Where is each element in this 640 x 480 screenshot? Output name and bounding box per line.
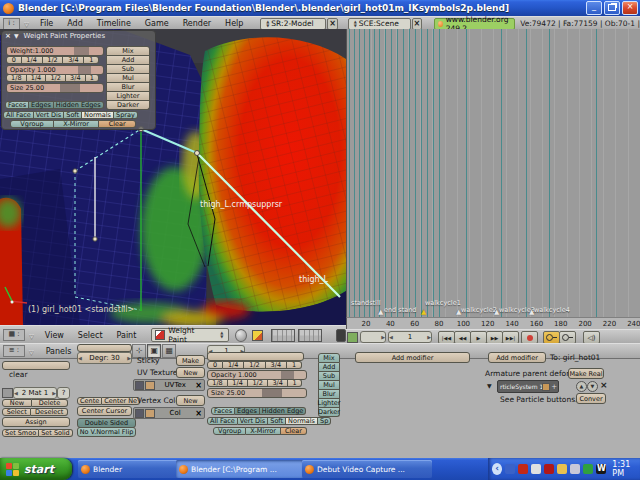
vcol-new-button[interactable]: New (176, 395, 205, 406)
weight-preset-0[interactable]: 0 (207, 361, 223, 369)
marker-triangle-icon[interactable]: ▲ (456, 308, 461, 316)
menu-timeline[interactable]: Timeline (97, 19, 131, 28)
menu-game[interactable]: Game (145, 19, 169, 28)
action-vgroup[interactable]: Vgroup (10, 120, 54, 128)
viewport-editor-icon[interactable]: ▦ : (3, 329, 25, 341)
opacity-preset-1-2[interactable]: 1/2 (46, 74, 66, 82)
option-normals[interactable]: Normals (286, 417, 318, 425)
option-vert-dis[interactable]: Vert Dis (238, 417, 268, 425)
shading-set-solid[interactable]: Set Solid (39, 429, 73, 437)
mode-mix[interactable]: Mix (318, 353, 340, 363)
sticky-make-button[interactable]: Make (176, 355, 205, 366)
weight-paint-properties-panel[interactable]: × ▼ Weight Paint Properties Weight:1.000… (1, 30, 156, 130)
add-modifier-button[interactable]: Add modifier (355, 352, 470, 363)
weight-preset-3-4[interactable]: 3/4 (63, 56, 84, 64)
weight-preset-1-2[interactable]: 1/2 (244, 361, 265, 369)
collapse-triangle-icon[interactable]: ▽ (29, 332, 34, 339)
assign-button[interactable]: Assign (2, 417, 70, 427)
display-edges[interactable]: Edges (29, 101, 54, 109)
add-modifier-button[interactable]: Add modifier (488, 352, 546, 363)
scene-close-button[interactable]: × (412, 18, 422, 30)
mode-lighter[interactable]: Lighter (106, 92, 150, 101)
option-sp[interactable]: Sp (318, 417, 331, 425)
mode-add[interactable]: Add (318, 363, 340, 372)
display-hidden-edge[interactable]: Hidden Edge (260, 407, 307, 415)
screen-selector[interactable]: ▲▼ SR:2-Model (260, 18, 326, 30)
vgroup-delete[interactable]: Delete (32, 399, 68, 407)
menu-add[interactable]: Add (67, 19, 83, 28)
context-scene-icon[interactable]: ▦ (162, 344, 176, 358)
action-x-mirror[interactable]: X-Mirror (246, 427, 281, 435)
start-frame-field[interactable]: ▶ (360, 331, 386, 343)
material-help-button[interactable]: ? (57, 387, 70, 399)
layer-buttons[interactable] (271, 329, 295, 342)
mode-mix[interactable]: Mix (106, 46, 150, 56)
collapse-triangle-icon[interactable]: ▽ (24, 20, 29, 27)
action-x-mirror[interactable]: X-Mirror (54, 120, 99, 128)
weight-preset-0[interactable]: 0 (6, 56, 22, 64)
delete-col-icon[interactable]: × (195, 409, 202, 418)
weight-preset-1[interactable]: 1 (287, 361, 302, 369)
opacity-preset-1-8[interactable]: 1/8 (6, 74, 27, 82)
tray-icon-red[interactable] (518, 464, 528, 474)
mode-blur[interactable]: Blur (106, 83, 150, 92)
menu-render[interactable]: Render (183, 19, 211, 28)
mode-mul[interactable]: Mul (106, 74, 150, 83)
center-cente[interactable]: Cente (77, 397, 102, 405)
panels-menu[interactable]: Panels (46, 347, 72, 356)
particle-system-field[interactable]: rticleSystem 1 + (497, 380, 559, 393)
opacity-preset-1[interactable]: 1 (288, 379, 302, 387)
size-slider[interactable]: Size 25.00 (6, 83, 104, 93)
texture-paint-icon[interactable] (252, 330, 262, 341)
layer-buttons[interactable] (298, 329, 322, 342)
mode-sub[interactable]: Sub (318, 372, 340, 381)
timeline-area[interactable]: standstillend stand▲walkcycle1▲walkcycle… (346, 29, 640, 317)
vgroup-select[interactable]: Select (2, 408, 31, 416)
vgroup-deselect[interactable]: Deselect (31, 408, 68, 416)
opacity-preset-1-2[interactable]: 1/2 (248, 379, 268, 387)
center-cursor-button[interactable]: Center Cursor (77, 406, 132, 416)
start-button[interactable]: start (0, 458, 72, 480)
option-soft[interactable]: Soft (64, 111, 82, 119)
title-bar[interactable]: Blender [C:\Program Files\Blender Founda… (0, 0, 640, 16)
current-frame-field[interactable]: ◀ 1 ▶ (388, 331, 432, 343)
mode-add[interactable]: Add (106, 56, 150, 65)
panel-close-icon[interactable]: × (5, 32, 11, 40)
make-real-button[interactable]: Make Real (568, 368, 604, 379)
mode-darker[interactable]: Darker (106, 101, 150, 110)
mode-blur[interactable]: Blur (318, 390, 340, 399)
tray-icon-white[interactable] (531, 464, 541, 474)
weight-slider[interactable]: Weight:1.000 (6, 46, 104, 56)
plus-icon[interactable]: + (551, 383, 557, 391)
option-all-face[interactable]: All Face (3, 111, 34, 119)
viewport-menu-select[interactable]: Select (78, 331, 103, 340)
uvtex-row[interactable]: UVTex × (133, 379, 205, 391)
mode-selector[interactable]: Weight Paint ▲▼ (151, 328, 229, 342)
option-soft[interactable]: Soft (268, 417, 286, 425)
normal-flip-button[interactable]: No V.Normal Flip (77, 427, 136, 437)
display-faces[interactable]: Faces (211, 407, 235, 415)
opacity-preset-3-4[interactable]: 3/4 (268, 379, 288, 387)
weight-preset-3-4[interactable]: 3/4 (266, 361, 287, 369)
action-vgroup[interactable]: Vgroup (213, 427, 246, 435)
screen-close-button[interactable]: × (327, 18, 337, 30)
marker-walkcycle2[interactable]: walkcycle2 (461, 306, 497, 314)
action-clear[interactable]: Clear (281, 427, 307, 435)
move-down-icon[interactable]: ▼ (587, 381, 598, 392)
option-spray[interactable]: Spray (114, 111, 138, 119)
opacity-preset-1-4[interactable]: 1/4 (27, 74, 47, 82)
viewport-menu-view[interactable]: View (45, 331, 64, 340)
panel-collapse-icon[interactable]: ▼ (14, 32, 19, 39)
menu-help[interactable]: Help (225, 19, 243, 28)
weight-preset-1-4[interactable]: 1/4 (223, 361, 244, 369)
tray-icon-ati[interactable] (544, 464, 554, 474)
vertex-group-field[interactable] (2, 361, 70, 370)
display-faces[interactable]: Faces (5, 101, 29, 109)
mode-mul[interactable]: Mul (318, 381, 340, 390)
tray-icon-blue[interactable] (505, 464, 515, 474)
option-all-face[interactable]: All Face (207, 417, 238, 425)
delete-uvtex-icon[interactable]: × (195, 381, 202, 390)
lock-icon[interactable] (336, 329, 346, 342)
size-slider[interactable]: Size 25.00 (207, 388, 307, 398)
draw-mode-sphere-icon[interactable] (235, 329, 247, 342)
